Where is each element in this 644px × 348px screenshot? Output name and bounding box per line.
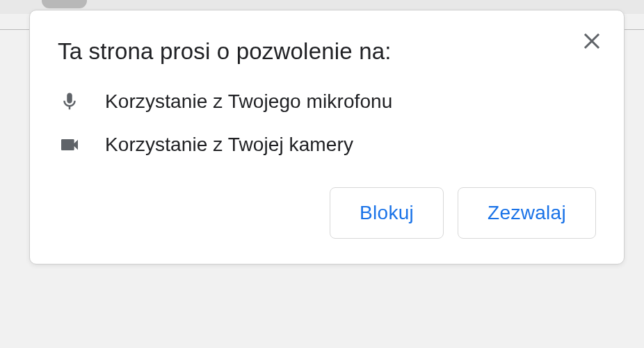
permission-microphone-row: Korzystanie z Twojego mikrofonu bbox=[58, 90, 596, 113]
permission-dialog: Ta strona prosi o pozwolenie na: Korzyst… bbox=[29, 10, 625, 264]
close-button[interactable] bbox=[581, 30, 603, 52]
block-button[interactable]: Blokuj bbox=[330, 187, 444, 239]
dialog-title: Ta strona prosi o pozwolenie na: bbox=[58, 38, 596, 65]
permission-microphone-label: Korzystanie z Twojego mikrofonu bbox=[105, 90, 392, 113]
dialog-button-row: Blokuj Zezwalaj bbox=[58, 187, 596, 239]
camera-icon bbox=[58, 133, 81, 157]
permission-camera-label: Korzystanie z Twojej kamery bbox=[105, 134, 353, 156]
microphone-icon bbox=[58, 90, 81, 113]
permission-camera-row: Korzystanie z Twojej kamery bbox=[58, 133, 596, 157]
close-icon bbox=[583, 33, 600, 49]
allow-button[interactable]: Zezwalaj bbox=[458, 187, 596, 239]
tab-indicator bbox=[42, 0, 87, 8]
